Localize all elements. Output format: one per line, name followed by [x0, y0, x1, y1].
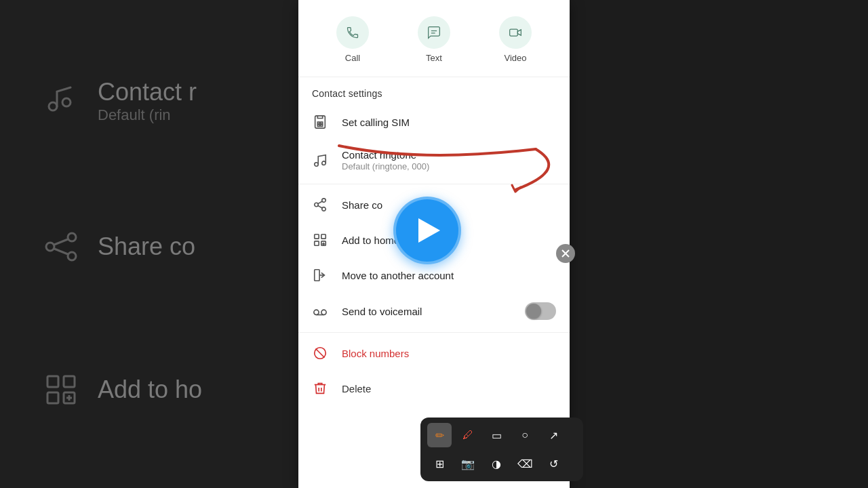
text-icon [427, 26, 441, 39]
svg-rect-20 [321, 125, 323, 127]
delete-item[interactable]: Delete [298, 371, 570, 406]
svg-point-36 [314, 310, 319, 314]
svg-rect-16 [315, 116, 326, 128]
ringtone-icon [312, 152, 328, 169]
ringtone-subtitle: Default (ringtone, 000) [342, 161, 429, 171]
ringtone-title: Contact ringtone [342, 149, 429, 161]
svg-rect-7 [47, 376, 58, 387]
bg-ringtone-title: Contact r [98, 78, 197, 106]
svg-point-1 [62, 98, 71, 106]
bg-left: Contact r Default (rin Share co [0, 0, 298, 488]
svg-rect-28 [315, 235, 319, 239]
call-icon-circle [336, 16, 369, 49]
bg-home-icon [41, 369, 81, 410]
rectangle-tool[interactable]: ▭ [484, 423, 509, 447]
svg-rect-29 [321, 235, 326, 239]
video-button[interactable]: Video [486, 11, 545, 68]
voicemail-left: Send to voicemail [312, 303, 422, 319]
svg-line-26 [318, 205, 322, 208]
text-button[interactable]: Text [404, 11, 464, 68]
call-button[interactable]: Call [323, 11, 382, 68]
share-contact-icon [312, 197, 328, 213]
block-icon [312, 345, 328, 361]
set-calling-sim-title: Set calling SIM [342, 117, 410, 128]
panel-close-button[interactable] [556, 244, 575, 263]
svg-point-0 [49, 102, 57, 110]
color-picker-tool[interactable]: ◑ [484, 451, 509, 476]
svg-rect-18 [321, 122, 323, 124]
contact-settings-title: Contact settings [312, 88, 382, 99]
svg-point-25 [322, 207, 326, 211]
bg-share-text: Share co [98, 232, 195, 261]
video-label: Video [504, 53, 526, 63]
svg-point-2 [68, 233, 76, 241]
sim-icon [312, 114, 328, 130]
bg-share-icon [41, 226, 81, 267]
svg-line-27 [318, 201, 322, 204]
svg-rect-9 [47, 392, 58, 403]
bg-music-icon [41, 81, 81, 121]
close-icon [561, 249, 570, 258]
contact-settings-header: Contact settings [298, 77, 570, 104]
share-contact-title: Share co [342, 199, 382, 211]
svg-rect-34 [315, 270, 319, 281]
svg-point-24 [315, 203, 319, 207]
block-numbers-item[interactable]: Block numbers [298, 336, 570, 371]
svg-rect-19 [317, 125, 319, 127]
bg-ringtone-subtitle: Default (rin [98, 106, 197, 124]
svg-line-5 [54, 239, 68, 245]
play-triangle-icon [418, 218, 440, 243]
svg-rect-17 [317, 122, 319, 124]
voicemail-icon [312, 303, 328, 319]
voicemail-row[interactable]: Send to voicemail [298, 293, 570, 329]
svg-point-22 [322, 161, 326, 165]
delete-title: Delete [342, 383, 371, 394]
select-tool[interactable]: ⊞ [427, 451, 452, 476]
text-label: Text [426, 53, 442, 63]
bg-home-text: Add to ho [98, 375, 202, 404]
call-label: Call [345, 53, 360, 63]
add-home-menu-icon [312, 232, 328, 248]
svg-point-4 [68, 252, 76, 260]
set-calling-sim-item[interactable]: Set calling SIM [298, 104, 570, 140]
svg-rect-8 [64, 376, 75, 387]
call-icon [346, 26, 359, 39]
svg-point-23 [322, 199, 326, 203]
circle-tool[interactable]: ○ [513, 423, 537, 447]
svg-point-3 [46, 243, 54, 251]
block-numbers-title: Block numbers [342, 348, 409, 359]
eraser-tool[interactable]: ⌫ [513, 451, 537, 476]
voicemail-title: Send to voicemail [342, 306, 422, 317]
bg-item-share: Share co [41, 226, 258, 267]
undo-tool[interactable]: ↺ [541, 451, 566, 476]
annotation-toolbar: ✏ 🖊 ▭ ○ ↗ ⊞ 📷 ◑ ⌫ ↺ [420, 418, 583, 481]
ringtone-text-block: Contact ringtone Default (ringtone, 000) [342, 149, 429, 171]
bg-ringtone-text: Contact r Default (rin [98, 78, 197, 124]
delete-icon [312, 380, 328, 396]
divider-2 [298, 332, 570, 333]
svg-line-40 [316, 349, 325, 358]
bg-item-ringtone: Contact r Default (rin [41, 78, 258, 124]
contact-ringtone-item[interactable]: Contact ringtone Default (ringtone, 000) [298, 140, 570, 181]
move-account-icon [312, 267, 328, 283]
svg-rect-30 [315, 241, 319, 245]
video-icon-circle [499, 16, 532, 49]
marker-tool[interactable]: 🖊 [456, 423, 480, 447]
action-buttons-row: Call Text Video [298, 0, 570, 77]
svg-rect-15 [510, 29, 518, 36]
svg-point-21 [315, 162, 319, 166]
voicemail-toggle[interactable] [525, 302, 556, 320]
arrow-tool[interactable]: ↗ [541, 423, 566, 447]
bg-item-home: Add to ho [41, 369, 258, 410]
move-account-title: Move to another account [342, 270, 454, 281]
camera-tool[interactable]: 📷 [456, 451, 480, 476]
text-icon-circle [418, 16, 450, 49]
play-button[interactable] [393, 197, 461, 264]
divider-1 [298, 184, 570, 184]
svg-point-37 [321, 310, 326, 314]
pen-tool[interactable]: ✏ [427, 423, 452, 447]
svg-line-6 [54, 249, 68, 254]
add-home-title: Add to home [342, 235, 399, 246]
video-icon [509, 26, 522, 39]
